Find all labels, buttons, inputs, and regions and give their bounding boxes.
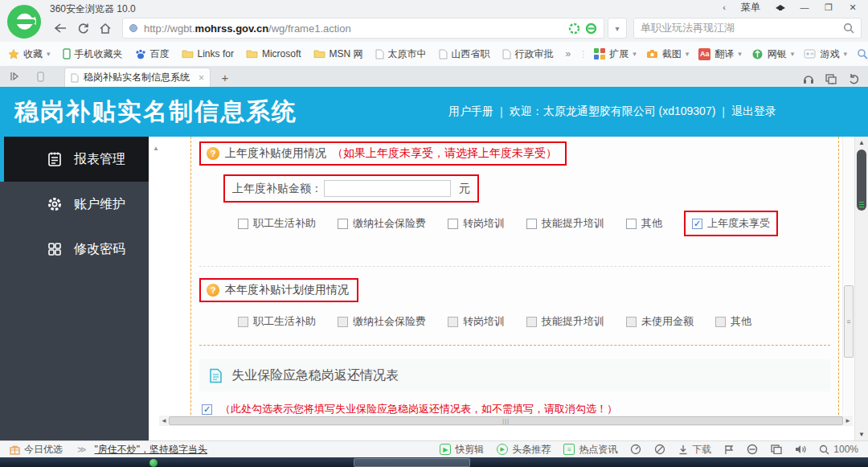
bookmark-folder-msn[interactable]: MSN 网: [313, 47, 363, 61]
taskbar-app-icon[interactable]: [149, 459, 158, 467]
minimize-button[interactable]: —: [794, 1, 815, 14]
scroll-down-arrow-icon[interactable]: ▼: [855, 431, 868, 438]
horizontal-scrollbar-thumb[interactable]: |||: [169, 416, 843, 425]
site-safety-icon[interactable]: [568, 23, 580, 35]
toutiao-button[interactable]: ▶ 头条推荐: [497, 443, 551, 457]
page-vertical-scrollbar[interactable]: ▲ ▼: [854, 137, 868, 440]
checkbox-social-insurance[interactable]: 缴纳社会保险费: [338, 216, 426, 231]
checkbox-box-disabled[interactable]: [448, 317, 458, 327]
checkbox-box[interactable]: [238, 219, 248, 229]
help-icon[interactable]: ?: [207, 284, 219, 297]
bookmark-favorites[interactable]: 收藏 ▾: [8, 47, 51, 61]
menu-collapse-icon[interactable]: ‹: [714, 1, 735, 14]
checkbox-box[interactable]: [626, 219, 637, 229]
user-manual-link[interactable]: 用户手册: [448, 104, 493, 119]
inner-scrollbar-thumb[interactable]: ≡: [844, 285, 854, 358]
scroll-left-arrow-icon[interactable]: ◄: [159, 417, 169, 424]
bookmark-baidu[interactable]: 百度: [135, 47, 170, 61]
toolbar-translate[interactable]: Aa 翻译▾: [698, 47, 742, 61]
new-tab-button[interactable]: +: [215, 69, 235, 85]
news-headline-link[interactable]: "房住不炒"，坚持稳字当头: [95, 443, 208, 457]
checkbox-skill-training-plan[interactable]: 技能提升培训: [526, 314, 604, 329]
checkbox-job-transfer-training-plan[interactable]: 转岗培训: [448, 314, 505, 329]
site-info-icon[interactable]: [129, 24, 137, 32]
hot-news-button[interactable]: ≡ 热点资讯: [563, 443, 617, 457]
checkbox-box-disabled[interactable]: [238, 317, 248, 327]
search-input[interactable]: 单职业玩法再现江湖: [633, 18, 862, 39]
checkbox-other-plan[interactable]: 其他: [715, 314, 751, 329]
toolbar-extensions[interactable]: 扩展▾: [594, 47, 637, 61]
toolbar-games[interactable]: 游戏▾: [804, 47, 847, 61]
help-icon[interactable]: ?: [207, 147, 219, 160]
scroll-up-mini-icon[interactable]: ▲: [153, 145, 159, 152]
checkbox-box-disabled[interactable]: [338, 317, 348, 327]
back-button[interactable]: [50, 18, 71, 39]
restore-tab-icon[interactable]: [849, 74, 860, 84]
toolbar-screenshot[interactable]: 截图▾: [646, 47, 690, 61]
checkbox-box[interactable]: [526, 219, 537, 229]
horizontal-scrollbar[interactable]: ◄ ||| ►: [159, 416, 853, 426]
checkbox-box[interactable]: [448, 219, 458, 229]
checkbox-box-disabled[interactable]: [626, 317, 637, 327]
bookmark-taiyuan[interactable]: 太原市中: [375, 47, 427, 61]
search-icon[interactable]: [843, 23, 854, 34]
url-dropdown-button[interactable]: ▾: [608, 18, 627, 39]
sidebar-item-report-management[interactable]: 报表管理: [0, 137, 149, 182]
tab-close-icon[interactable]: ×: [199, 72, 204, 84]
home-button[interactable]: [95, 18, 116, 39]
browser-e-icon[interactable]: [747, 444, 758, 455]
checkbox-other[interactable]: 其他: [626, 216, 662, 231]
menu-button[interactable]: 菜单: [738, 1, 767, 14]
user-hat-icon[interactable]: [770, 1, 791, 14]
audio-headphones-icon[interactable]: [803, 74, 814, 84]
checkbox-box-disabled[interactable]: [526, 317, 537, 327]
maximize-button[interactable]: ❐: [818, 1, 839, 14]
bookmark-folder-microsoft[interactable]: Microsoft: [246, 48, 301, 59]
checkbox-box-checked[interactable]: ✓: [692, 219, 702, 229]
tab-list-icon[interactable]: [825, 74, 837, 84]
checkbox-unused-amount-plan[interactable]: 未使用金额: [626, 314, 694, 329]
close-button[interactable]: ✕: [842, 1, 863, 14]
sound-icon[interactable]: [795, 444, 806, 454]
checkbox-social-insurance-plan[interactable]: 缴纳社会保险费: [338, 314, 426, 329]
checkbox-box-disabled[interactable]: [715, 317, 726, 327]
mobile-sync-icon[interactable]: [31, 68, 50, 85]
multi-window-icon[interactable]: [771, 444, 782, 454]
refresh-button[interactable]: [72, 18, 93, 39]
report-flag-icon[interactable]: [724, 444, 734, 455]
checkbox-living-subsidy[interactable]: 职工生活补助: [238, 216, 316, 231]
inner-vertical-scrollbar[interactable]: ≡: [842, 137, 854, 415]
daily-deals-link[interactable]: 今日优选: [10, 443, 63, 457]
sidebar-toggle-icon[interactable]: [5, 68, 24, 85]
bookmark-folder-links-for[interactable]: Links for: [182, 48, 234, 59]
checkbox-job-transfer-training[interactable]: 转岗培训: [448, 216, 505, 231]
scroll-up-arrow-icon[interactable]: ▲: [855, 139, 868, 146]
url-input[interactable]: http://wgbt.mohrss.gov.cn/wg/frame1.acti…: [122, 18, 604, 39]
windows-taskbar[interactable]: [0, 457, 868, 467]
adblock-icon[interactable]: [654, 444, 665, 455]
sidebar-item-account-maintenance[interactable]: 账户维护: [0, 182, 149, 227]
report-note-checkbox[interactable]: ✓: [202, 404, 212, 415]
tab-active[interactable]: 稳岗补贴实名制信息系统 ×: [64, 68, 211, 87]
bookmark-xingzheng[interactable]: 行政审批: [502, 47, 554, 61]
page-scrollbar-thumb[interactable]: [857, 150, 866, 211]
download-button[interactable]: 下载: [678, 443, 711, 457]
taskbar-active-window-button[interactable]: [354, 458, 470, 467]
browser-mode-icon[interactable]: [585, 23, 597, 35]
toolbar-login-manager[interactable]: 登录管家: [857, 47, 868, 61]
checkbox-skill-training[interactable]: 技能提升培训: [526, 216, 604, 231]
bookmarks-overflow-icon[interactable]: »: [566, 48, 571, 59]
bookmark-shanxi[interactable]: 山西省职: [439, 47, 490, 61]
logout-link[interactable]: 退出登录: [731, 104, 776, 119]
toolbar-netbank[interactable]: 网银▾: [751, 47, 795, 61]
zoom-control[interactable]: 100%: [819, 444, 858, 455]
scroll-right-arrow-icon[interactable]: ►: [843, 417, 853, 424]
quick-clip-button[interactable]: ▶ 快剪辑: [440, 443, 484, 457]
checkbox-living-subsidy-plan[interactable]: 职工生活补助: [238, 314, 316, 329]
speed-mode-icon[interactable]: [630, 444, 641, 455]
checkbox-not-enjoyed-last-year[interactable]: ✓上年度未享受: [692, 216, 770, 231]
previous-amount-input[interactable]: [324, 180, 451, 197]
checkbox-box[interactable]: [338, 219, 348, 229]
bookmark-mobile-favorites[interactable]: 手机收藏夹: [63, 47, 123, 61]
status-expand-icon[interactable]: ≫: [77, 444, 87, 455]
